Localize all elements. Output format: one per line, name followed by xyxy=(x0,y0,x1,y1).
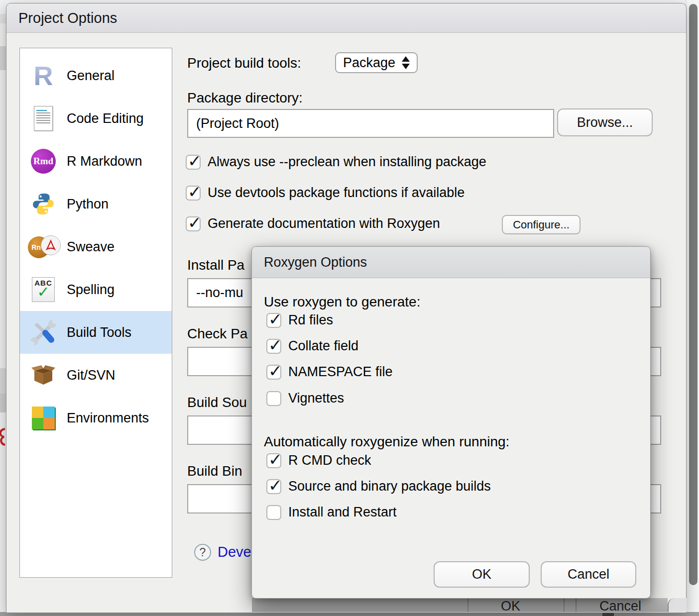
generate-section-label: Use roxygen to generate: xyxy=(264,294,420,310)
divider xyxy=(467,598,468,612)
checkbox-label: Generate documentation with Roxygen xyxy=(208,216,440,231)
browse-button[interactable]: Browse... xyxy=(557,108,653,136)
auto-roxygenize-section-label: Automatically roxygenize when running: xyxy=(264,434,509,450)
sidebar-item-label: R Markdown xyxy=(67,154,142,169)
sidebar-item-label: Git/SVN xyxy=(67,368,116,383)
sidebar-item-label: General xyxy=(67,68,115,84)
sidebar-item-git-svn[interactable]: Git/SVN xyxy=(20,354,172,397)
scrollbar-thumb[interactable] xyxy=(689,4,698,585)
checkbox-label: NAMESPACE file xyxy=(288,364,393,380)
sidebar-item-code-editing[interactable]: Code Editing xyxy=(20,97,172,140)
option-row-roxygen: Generate documentation with Roxygen xyxy=(186,216,440,231)
modal-row-package-builds: Source and binary package builds xyxy=(266,479,491,494)
checkbox-label: Always use --preclean when installing pa… xyxy=(208,154,486,170)
sidebar-item-label: Python xyxy=(67,197,109,212)
category-sidebar: R General Code Editing Rmd R Markdown xyxy=(19,48,172,578)
environments-cube-icon xyxy=(28,403,59,433)
checkbox-namespace-file[interactable] xyxy=(266,365,281,380)
modal-ok-button[interactable]: OK xyxy=(434,561,530,588)
r-logo-icon: R xyxy=(28,60,59,91)
divider xyxy=(576,598,577,612)
checkbox-label: Install and Restart xyxy=(288,505,397,520)
checkbox-install-restart[interactable] xyxy=(266,505,281,520)
build-tools-selected-value: Package xyxy=(343,55,395,71)
dialog-cancel-button[interactable]: Cancel xyxy=(599,599,641,612)
modal-row-vignettes: Vignettes xyxy=(266,391,344,406)
build-source-label: Build Sou xyxy=(187,395,247,411)
build-tools-label: Project build tools: xyxy=(187,55,301,71)
modal-row-collate: Collate field xyxy=(266,338,358,354)
build-tools-icon xyxy=(28,317,59,348)
sidebar-item-label: Build Tools xyxy=(67,325,131,340)
divider xyxy=(564,598,565,612)
checkbox-label: R CMD check xyxy=(288,453,371,468)
install-package-label: Install Pa xyxy=(187,257,244,273)
sidebar-item-sweave[interactable]: Rnw Sweave xyxy=(20,225,172,268)
checkbox-collate-field[interactable] xyxy=(266,339,281,354)
checkbox-devtools[interactable] xyxy=(186,186,201,201)
package-box-icon xyxy=(28,360,59,391)
modal-titlebar: Roxygen Options xyxy=(252,247,650,278)
code-document-icon xyxy=(28,103,59,134)
spellcheck-icon: ABC✓ xyxy=(28,274,59,305)
sidebar-item-build-tools[interactable]: Build Tools xyxy=(20,311,172,354)
modal-row-namespace: NAMESPACE file xyxy=(266,364,393,380)
project-build-tools-select[interactable]: Package xyxy=(335,52,418,73)
python-icon xyxy=(28,189,59,219)
package-directory-label: Package directory: xyxy=(187,90,303,106)
checkbox-label: Source and binary package builds xyxy=(288,479,491,494)
package-directory-value: (Project Root) xyxy=(196,116,279,131)
checkbox-label: Use devtools package functions if availa… xyxy=(208,185,465,201)
sidebar-item-label: Sweave xyxy=(67,239,115,255)
modal-row-rd-files: Rd files xyxy=(266,312,333,328)
checkbox-label: Vignettes xyxy=(288,391,344,406)
checkbox-preclean[interactable] xyxy=(186,155,201,170)
dialog-footer-band: OK Cancel xyxy=(252,598,668,612)
sweave-icon: Rnw xyxy=(28,231,59,262)
sidebar-item-label: Spelling xyxy=(67,282,115,298)
sidebar-item-spelling[interactable]: ABC✓ Spelling xyxy=(20,268,172,311)
sidebar-item-r-markdown[interactable]: Rmd R Markdown xyxy=(20,140,172,183)
checkbox-vignettes[interactable] xyxy=(266,391,281,406)
sidebar-item-python[interactable]: Python xyxy=(20,183,172,225)
checkbox-package-builds[interactable] xyxy=(266,479,281,494)
sidebar-item-label: Code Editing xyxy=(67,111,144,126)
checkbox-label: Collate field xyxy=(288,338,358,354)
option-row-preclean: Always use --preclean when installing pa… xyxy=(186,154,486,170)
modal-row-install-restart: Install and Restart xyxy=(266,505,397,520)
build-binary-label: Build Bin xyxy=(187,463,242,479)
option-row-devtools: Use devtools package functions if availa… xyxy=(186,185,465,201)
development-docs-link[interactable]: Devel xyxy=(218,544,254,560)
checkbox-rcmd-check[interactable] xyxy=(266,453,281,468)
check-package-label: Check Pa xyxy=(187,326,247,342)
modal-row-rcmd-check: R CMD check xyxy=(266,453,371,468)
install-package-value: --no-mu xyxy=(196,285,243,301)
checkbox-label: Rd files xyxy=(288,312,333,328)
background-window-right-sliver xyxy=(686,0,699,616)
dialog-footer-corner xyxy=(668,598,687,612)
modal-cancel-button[interactable]: Cancel xyxy=(541,561,636,588)
checkbox-rd-files[interactable] xyxy=(266,313,281,328)
stepper-arrows-icon xyxy=(402,56,410,69)
dialog-title: Project Options xyxy=(18,10,117,26)
package-directory-input[interactable]: (Project Root) xyxy=(187,109,554,138)
roxygen-options-dialog: Roxygen Options Use roxygen to generate:… xyxy=(251,246,651,599)
dialog-titlebar: Project Options xyxy=(6,3,686,33)
sidebar-item-general[interactable]: R General xyxy=(20,54,172,97)
help-icon[interactable]: ? xyxy=(194,544,211,561)
background-window-bottom-detail xyxy=(602,613,614,616)
modal-title: Roxygen Options xyxy=(264,255,367,270)
rmarkdown-icon: Rmd xyxy=(28,146,59,177)
sidebar-item-label: Environments xyxy=(67,411,149,426)
checkbox-roxygen[interactable] xyxy=(186,216,201,231)
dialog-ok-button[interactable]: OK xyxy=(501,599,520,612)
configure-button[interactable]: Configure... xyxy=(502,215,581,234)
sidebar-item-environments[interactable]: Environments xyxy=(20,397,172,439)
